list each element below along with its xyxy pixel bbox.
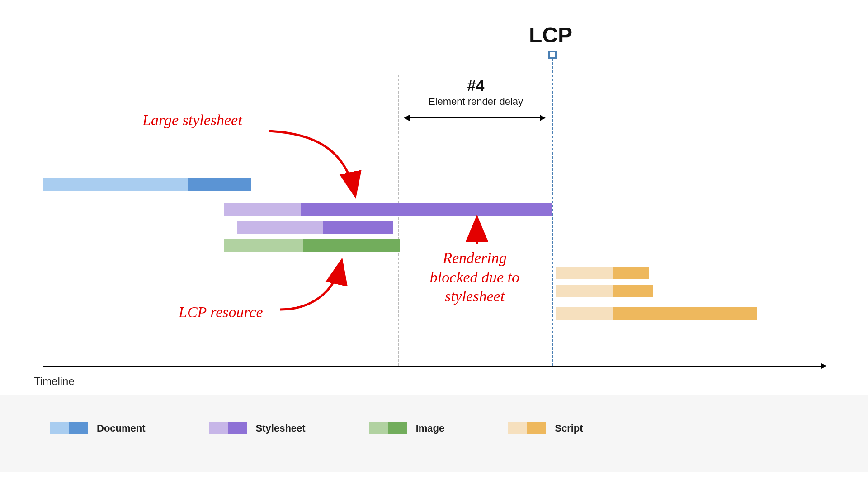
timeline-axis-label: Timeline [34, 375, 75, 388]
legend-document: Document [50, 422, 146, 434]
legend-image: Image [369, 422, 445, 434]
legend-document-label: Document [97, 422, 146, 434]
legend-stylesheet: Stylesheet [209, 422, 306, 434]
timeline-chart: LCP #4 Element render delay [43, 27, 821, 371]
timeline-axis-arrowhead [821, 363, 827, 369]
legend-stylesheet-label: Stylesheet [256, 422, 306, 434]
legend-image-label: Image [416, 422, 445, 434]
timeline-axis [43, 366, 821, 367]
legend-script-label: Script [555, 422, 583, 434]
legend: Document Stylesheet Image Script [0, 395, 868, 472]
arrow-render-blocked [43, 27, 821, 389]
legend-script: Script [508, 422, 583, 434]
